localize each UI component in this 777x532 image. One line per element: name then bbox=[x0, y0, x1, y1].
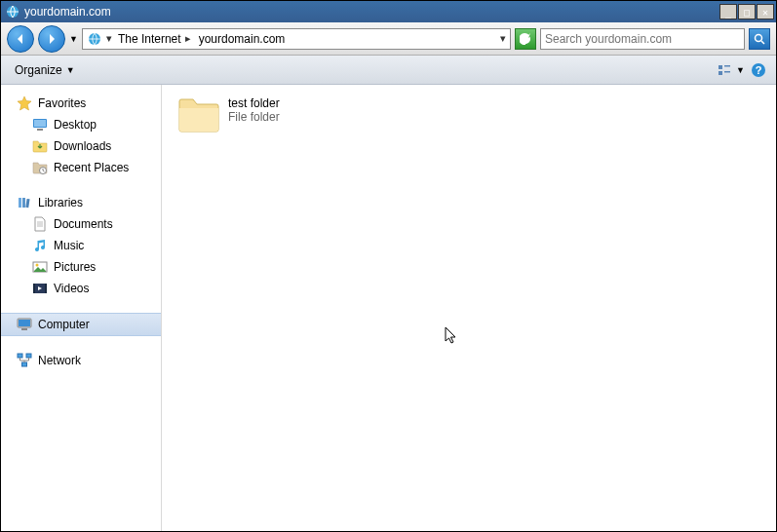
breadcrumb-root-label: The Internet bbox=[118, 32, 181, 46]
breadcrumb-root[interactable]: The Internet ▸ bbox=[116, 32, 193, 46]
videos-icon bbox=[32, 281, 48, 296]
tree-favorites-label: Favorites bbox=[38, 96, 86, 110]
window-title: yourdomain.com bbox=[24, 5, 719, 19]
command-bar: Organize ▼ ▼ ? bbox=[1, 56, 776, 85]
network-icon bbox=[17, 353, 32, 368]
downloads-icon bbox=[32, 138, 48, 154]
content-pane[interactable]: test folder File folder bbox=[162, 85, 776, 531]
tree-item-label: Documents bbox=[54, 217, 113, 231]
svg-rect-23 bbox=[19, 320, 30, 326]
view-options-button[interactable] bbox=[713, 58, 736, 82]
svg-rect-14 bbox=[19, 198, 21, 208]
tree-item-recent[interactable]: Recent Places bbox=[1, 157, 161, 178]
tree-item-label: Desktop bbox=[54, 118, 97, 132]
tree-item-label: Computer bbox=[38, 318, 90, 331]
svg-text:?: ? bbox=[756, 64, 762, 76]
item-type: File folder bbox=[228, 110, 280, 124]
tree-item-label: Music bbox=[54, 239, 84, 252]
libraries-icon bbox=[17, 195, 32, 210]
mouse-cursor-icon bbox=[445, 326, 460, 349]
svg-rect-15 bbox=[22, 198, 25, 208]
location-icon bbox=[87, 31, 102, 47]
chevron-right-icon[interactable]: ▸ bbox=[185, 32, 191, 45]
svg-rect-5 bbox=[724, 65, 730, 67]
organize-label: Organize bbox=[15, 63, 62, 77]
tree-item-downloads[interactable]: Downloads bbox=[1, 135, 161, 157]
svg-rect-24 bbox=[21, 328, 27, 330]
forward-button[interactable] bbox=[38, 25, 65, 53]
svg-point-18 bbox=[36, 264, 39, 267]
recent-icon bbox=[32, 160, 48, 175]
svg-line-3 bbox=[761, 41, 764, 44]
navigation-pane[interactable]: Favorites Desktop Downloads Recent Place… bbox=[1, 85, 162, 531]
svg-point-2 bbox=[756, 34, 762, 41]
tree-item-label: Videos bbox=[54, 282, 89, 295]
refresh-button[interactable] bbox=[515, 28, 536, 50]
search-button[interactable] bbox=[749, 28, 770, 50]
search-input[interactable] bbox=[541, 32, 744, 46]
svg-rect-7 bbox=[724, 71, 730, 73]
breadcrumb-leaf-label: yourdomain.com bbox=[199, 32, 286, 46]
view-dropdown[interactable]: ▼ bbox=[736, 65, 745, 75]
tree-item-music[interactable]: Music bbox=[1, 235, 161, 256]
tree-favorites[interactable]: Favorites bbox=[1, 93, 161, 114]
svg-rect-25 bbox=[18, 354, 22, 358]
svg-rect-4 bbox=[719, 65, 722, 69]
folder-icon bbox=[177, 96, 220, 135]
music-icon bbox=[32, 238, 48, 253]
search-box[interactable] bbox=[540, 28, 745, 50]
address-dropdown[interactable]: ▾ bbox=[500, 32, 506, 45]
item-test-folder[interactable]: test folder File folder bbox=[177, 96, 760, 135]
chevron-down-icon: ▼ bbox=[66, 65, 75, 75]
address-bar[interactable]: ▾ The Internet ▸ yourdomain.com ▾ bbox=[82, 28, 511, 50]
nav-history-dropdown[interactable]: ▼ bbox=[69, 34, 78, 44]
svg-rect-21 bbox=[45, 284, 47, 293]
tree-item-label: Recent Places bbox=[54, 161, 129, 174]
documents-icon bbox=[32, 216, 48, 232]
computer-icon bbox=[17, 317, 32, 332]
svg-rect-11 bbox=[34, 120, 46, 127]
svg-rect-12 bbox=[37, 129, 43, 131]
tree-item-documents[interactable]: Documents bbox=[1, 213, 161, 235]
tree-item-videos[interactable]: Videos bbox=[1, 278, 161, 299]
desktop-icon bbox=[32, 117, 48, 133]
tree-libraries[interactable]: Libraries bbox=[1, 192, 161, 213]
organize-button[interactable]: Organize ▼ bbox=[7, 60, 83, 80]
svg-rect-16 bbox=[25, 199, 29, 208]
window-buttons: _ □ ✕ bbox=[719, 4, 774, 19]
app-icon bbox=[5, 4, 20, 19]
breadcrumb-leaf[interactable]: yourdomain.com bbox=[197, 32, 288, 46]
svg-rect-26 bbox=[26, 354, 31, 358]
explorer-window: yourdomain.com _ □ ✕ ▼ ▾ The Internet ▸ … bbox=[0, 0, 777, 532]
tree-item-label: Network bbox=[38, 354, 81, 367]
pictures-icon bbox=[32, 259, 48, 275]
help-button[interactable]: ? bbox=[747, 58, 770, 82]
tree-item-label: Downloads bbox=[54, 139, 111, 153]
tree-libraries-label: Libraries bbox=[38, 196, 83, 209]
breadcrumb-dropdown[interactable]: ▾ bbox=[106, 32, 112, 45]
titlebar[interactable]: yourdomain.com _ □ ✕ bbox=[1, 1, 776, 22]
tree-item-computer[interactable]: Computer bbox=[1, 313, 161, 336]
nav-toolbar: ▼ ▾ The Internet ▸ yourdomain.com ▾ bbox=[1, 22, 776, 56]
tree-item-pictures[interactable]: Pictures bbox=[1, 256, 161, 278]
star-icon bbox=[17, 95, 32, 111]
tree-item-desktop[interactable]: Desktop bbox=[1, 114, 161, 135]
tree-item-label: Pictures bbox=[54, 260, 96, 274]
tree-item-network[interactable]: Network bbox=[1, 350, 161, 371]
svg-rect-20 bbox=[33, 284, 35, 293]
item-name: test folder bbox=[228, 96, 280, 110]
minimize-button[interactable]: _ bbox=[719, 4, 737, 19]
close-button[interactable]: ✕ bbox=[757, 4, 774, 19]
maximize-button[interactable]: □ bbox=[738, 4, 756, 19]
svg-rect-6 bbox=[719, 71, 722, 75]
body-area: Favorites Desktop Downloads Recent Place… bbox=[1, 85, 776, 531]
back-button[interactable] bbox=[7, 25, 34, 53]
svg-rect-27 bbox=[22, 362, 27, 366]
